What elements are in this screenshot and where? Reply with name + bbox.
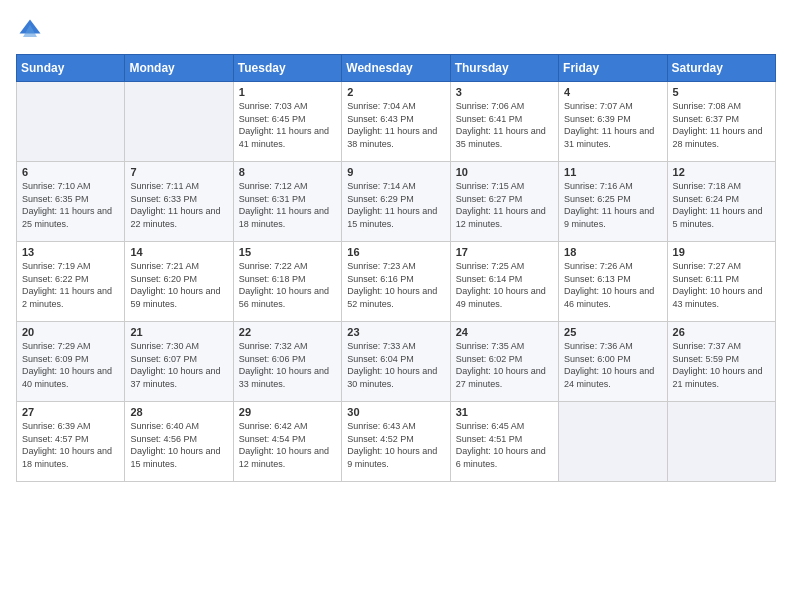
table-cell: 11Sunrise: 7:16 AM Sunset: 6:25 PM Dayli… <box>559 162 667 242</box>
day-number: 11 <box>564 166 661 178</box>
table-cell: 29Sunrise: 6:42 AM Sunset: 4:54 PM Dayli… <box>233 402 341 482</box>
day-number: 6 <box>22 166 119 178</box>
table-cell: 24Sunrise: 7:35 AM Sunset: 6:02 PM Dayli… <box>450 322 558 402</box>
day-info: Sunrise: 6:42 AM Sunset: 4:54 PM Dayligh… <box>239 420 336 470</box>
header-monday: Monday <box>125 55 233 82</box>
table-cell: 1Sunrise: 7:03 AM Sunset: 6:45 PM Daylig… <box>233 82 341 162</box>
day-info: Sunrise: 7:23 AM Sunset: 6:16 PM Dayligh… <box>347 260 444 310</box>
day-number: 14 <box>130 246 227 258</box>
day-number: 30 <box>347 406 444 418</box>
day-info: Sunrise: 7:22 AM Sunset: 6:18 PM Dayligh… <box>239 260 336 310</box>
table-cell: 6Sunrise: 7:10 AM Sunset: 6:35 PM Daylig… <box>17 162 125 242</box>
table-cell: 5Sunrise: 7:08 AM Sunset: 6:37 PM Daylig… <box>667 82 775 162</box>
day-number: 10 <box>456 166 553 178</box>
day-number: 20 <box>22 326 119 338</box>
table-cell: 4Sunrise: 7:07 AM Sunset: 6:39 PM Daylig… <box>559 82 667 162</box>
day-info: Sunrise: 7:32 AM Sunset: 6:06 PM Dayligh… <box>239 340 336 390</box>
logo-icon <box>16 16 44 44</box>
table-cell: 20Sunrise: 7:29 AM Sunset: 6:09 PM Dayli… <box>17 322 125 402</box>
day-info: Sunrise: 7:16 AM Sunset: 6:25 PM Dayligh… <box>564 180 661 230</box>
day-info: Sunrise: 7:27 AM Sunset: 6:11 PM Dayligh… <box>673 260 770 310</box>
table-cell <box>559 402 667 482</box>
table-cell: 12Sunrise: 7:18 AM Sunset: 6:24 PM Dayli… <box>667 162 775 242</box>
table-cell <box>17 82 125 162</box>
day-info: Sunrise: 7:18 AM Sunset: 6:24 PM Dayligh… <box>673 180 770 230</box>
day-number: 22 <box>239 326 336 338</box>
day-info: Sunrise: 6:43 AM Sunset: 4:52 PM Dayligh… <box>347 420 444 470</box>
table-cell: 21Sunrise: 7:30 AM Sunset: 6:07 PM Dayli… <box>125 322 233 402</box>
day-info: Sunrise: 7:14 AM Sunset: 6:29 PM Dayligh… <box>347 180 444 230</box>
table-cell: 25Sunrise: 7:36 AM Sunset: 6:00 PM Dayli… <box>559 322 667 402</box>
page-header <box>16 16 776 44</box>
day-number: 24 <box>456 326 553 338</box>
header-tuesday: Tuesday <box>233 55 341 82</box>
day-number: 26 <box>673 326 770 338</box>
day-number: 1 <box>239 86 336 98</box>
day-info: Sunrise: 7:37 AM Sunset: 5:59 PM Dayligh… <box>673 340 770 390</box>
logo <box>16 16 48 44</box>
day-number: 27 <box>22 406 119 418</box>
day-number: 17 <box>456 246 553 258</box>
table-cell: 8Sunrise: 7:12 AM Sunset: 6:31 PM Daylig… <box>233 162 341 242</box>
day-info: Sunrise: 6:45 AM Sunset: 4:51 PM Dayligh… <box>456 420 553 470</box>
table-cell: 19Sunrise: 7:27 AM Sunset: 6:11 PM Dayli… <box>667 242 775 322</box>
day-info: Sunrise: 7:03 AM Sunset: 6:45 PM Dayligh… <box>239 100 336 150</box>
table-cell: 27Sunrise: 6:39 AM Sunset: 4:57 PM Dayli… <box>17 402 125 482</box>
table-cell: 3Sunrise: 7:06 AM Sunset: 6:41 PM Daylig… <box>450 82 558 162</box>
day-info: Sunrise: 7:21 AM Sunset: 6:20 PM Dayligh… <box>130 260 227 310</box>
day-info: Sunrise: 7:33 AM Sunset: 6:04 PM Dayligh… <box>347 340 444 390</box>
day-info: Sunrise: 7:15 AM Sunset: 6:27 PM Dayligh… <box>456 180 553 230</box>
table-cell: 22Sunrise: 7:32 AM Sunset: 6:06 PM Dayli… <box>233 322 341 402</box>
day-number: 4 <box>564 86 661 98</box>
table-cell <box>125 82 233 162</box>
day-number: 23 <box>347 326 444 338</box>
table-cell: 13Sunrise: 7:19 AM Sunset: 6:22 PM Dayli… <box>17 242 125 322</box>
table-cell: 18Sunrise: 7:26 AM Sunset: 6:13 PM Dayli… <box>559 242 667 322</box>
calendar-body: 1Sunrise: 7:03 AM Sunset: 6:45 PM Daylig… <box>17 82 776 482</box>
header-row: SundayMondayTuesdayWednesdayThursdayFrid… <box>17 55 776 82</box>
table-cell: 16Sunrise: 7:23 AM Sunset: 6:16 PM Dayli… <box>342 242 450 322</box>
day-number: 16 <box>347 246 444 258</box>
day-number: 12 <box>673 166 770 178</box>
calendar-header: SundayMondayTuesdayWednesdayThursdayFrid… <box>17 55 776 82</box>
table-cell: 9Sunrise: 7:14 AM Sunset: 6:29 PM Daylig… <box>342 162 450 242</box>
day-number: 9 <box>347 166 444 178</box>
table-cell: 31Sunrise: 6:45 AM Sunset: 4:51 PM Dayli… <box>450 402 558 482</box>
day-number: 21 <box>130 326 227 338</box>
day-number: 13 <box>22 246 119 258</box>
calendar-table: SundayMondayTuesdayWednesdayThursdayFrid… <box>16 54 776 482</box>
week-row-4: 20Sunrise: 7:29 AM Sunset: 6:09 PM Dayli… <box>17 322 776 402</box>
day-info: Sunrise: 7:36 AM Sunset: 6:00 PM Dayligh… <box>564 340 661 390</box>
week-row-3: 13Sunrise: 7:19 AM Sunset: 6:22 PM Dayli… <box>17 242 776 322</box>
day-info: Sunrise: 7:19 AM Sunset: 6:22 PM Dayligh… <box>22 260 119 310</box>
day-info: Sunrise: 7:25 AM Sunset: 6:14 PM Dayligh… <box>456 260 553 310</box>
day-number: 19 <box>673 246 770 258</box>
day-info: Sunrise: 7:10 AM Sunset: 6:35 PM Dayligh… <box>22 180 119 230</box>
day-number: 8 <box>239 166 336 178</box>
day-number: 7 <box>130 166 227 178</box>
day-number: 29 <box>239 406 336 418</box>
day-number: 15 <box>239 246 336 258</box>
day-info: Sunrise: 7:26 AM Sunset: 6:13 PM Dayligh… <box>564 260 661 310</box>
table-cell: 28Sunrise: 6:40 AM Sunset: 4:56 PM Dayli… <box>125 402 233 482</box>
day-number: 2 <box>347 86 444 98</box>
header-saturday: Saturday <box>667 55 775 82</box>
day-number: 3 <box>456 86 553 98</box>
day-number: 31 <box>456 406 553 418</box>
day-info: Sunrise: 7:11 AM Sunset: 6:33 PM Dayligh… <box>130 180 227 230</box>
table-cell: 30Sunrise: 6:43 AM Sunset: 4:52 PM Dayli… <box>342 402 450 482</box>
header-wednesday: Wednesday <box>342 55 450 82</box>
table-cell: 26Sunrise: 7:37 AM Sunset: 5:59 PM Dayli… <box>667 322 775 402</box>
header-friday: Friday <box>559 55 667 82</box>
day-info: Sunrise: 6:39 AM Sunset: 4:57 PM Dayligh… <box>22 420 119 470</box>
day-info: Sunrise: 6:40 AM Sunset: 4:56 PM Dayligh… <box>130 420 227 470</box>
header-thursday: Thursday <box>450 55 558 82</box>
day-info: Sunrise: 7:35 AM Sunset: 6:02 PM Dayligh… <box>456 340 553 390</box>
table-cell: 15Sunrise: 7:22 AM Sunset: 6:18 PM Dayli… <box>233 242 341 322</box>
table-cell: 2Sunrise: 7:04 AM Sunset: 6:43 PM Daylig… <box>342 82 450 162</box>
day-info: Sunrise: 7:12 AM Sunset: 6:31 PM Dayligh… <box>239 180 336 230</box>
table-cell: 10Sunrise: 7:15 AM Sunset: 6:27 PM Dayli… <box>450 162 558 242</box>
day-info: Sunrise: 7:30 AM Sunset: 6:07 PM Dayligh… <box>130 340 227 390</box>
day-info: Sunrise: 7:04 AM Sunset: 6:43 PM Dayligh… <box>347 100 444 150</box>
day-number: 25 <box>564 326 661 338</box>
